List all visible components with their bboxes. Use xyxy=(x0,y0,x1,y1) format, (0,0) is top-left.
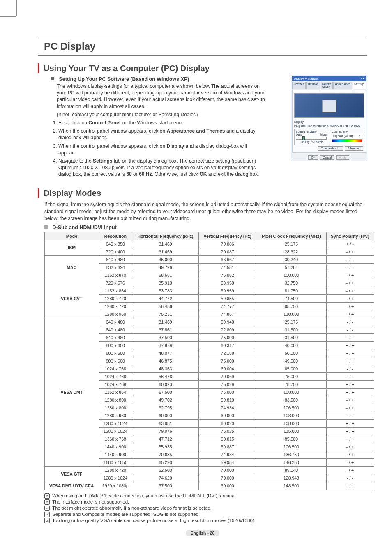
table-cell: 32.750 xyxy=(256,279,327,287)
table-cell: 52.500 xyxy=(132,466,198,474)
note-icon: ⌀ xyxy=(44,512,50,517)
mode-cell: VESA DMT xyxy=(45,318,99,466)
table-cell: 1440 x 900 xyxy=(99,443,132,451)
table-cell: 106.500 xyxy=(256,404,327,412)
table-cell: 640 x 480 xyxy=(99,333,132,341)
table-cell: 1024 x 768 xyxy=(99,380,132,388)
table-cell: 44.772 xyxy=(132,294,198,302)
table-cell: 108.000 xyxy=(256,419,327,427)
ok-button[interactable]: OK xyxy=(308,155,318,160)
table-cell: 1280 x 720 xyxy=(99,302,132,310)
table-cell: 47.712 xyxy=(132,435,198,443)
note-icon: ⌀ xyxy=(44,499,50,505)
screen-resolution-group: Screen resolution Less More 1360 by 768 … xyxy=(294,129,328,145)
section2-subhead: D-Sub and HDMI/DVI Input xyxy=(44,225,367,230)
table-cell: 70.000 xyxy=(199,474,256,482)
dialog-tab-appearance[interactable]: Appearance xyxy=(333,82,352,89)
table-cell: 31.469 xyxy=(132,318,198,326)
table-cell: 1152 x 864 xyxy=(99,388,132,396)
table-cell: 1280 x 960 xyxy=(99,412,132,419)
table-row: MAC640 x 48035.00066.66730.240- / - xyxy=(45,255,374,263)
table-cell: 75.025 xyxy=(199,427,256,435)
dialog-tab-screensaver[interactable]: Screen Saver xyxy=(321,82,333,89)
table-cell: 720 x 400 xyxy=(99,248,132,255)
table-cell: 148.500 xyxy=(256,482,327,490)
table-cell: 72.809 xyxy=(199,326,256,333)
note-icon: ⌀ xyxy=(44,506,50,511)
note-text: Separate and Composite modes are support… xyxy=(52,512,200,517)
chevron-down-icon: ▾ xyxy=(359,134,361,137)
table-cell: - / - xyxy=(326,318,374,326)
table-cell: 31.469 xyxy=(132,248,198,255)
resolution-slider[interactable] xyxy=(296,137,327,140)
table-cell: 1280 x 720 xyxy=(99,294,132,302)
table-cell: 60.004 xyxy=(199,365,256,372)
table-cell: - / + xyxy=(326,248,374,255)
dialog-tab-themes[interactable]: Themes xyxy=(292,82,306,89)
table-cell: 1280 x 800 xyxy=(99,404,132,412)
table-cell: - / + xyxy=(326,404,374,412)
table-cell: 1360 x 768 xyxy=(99,435,132,443)
table-cell: - / - xyxy=(326,333,374,341)
table-cell: 60.000 xyxy=(132,412,198,419)
table-header: Resolution xyxy=(99,232,132,240)
note-icon: ⌀ xyxy=(44,518,50,523)
color-quality-group: Color quality Highest (32 bit) ▾ xyxy=(330,129,364,145)
table-cell: + / + xyxy=(326,482,374,490)
notes-block: ⌀When using an HDMI/DVI cable connection… xyxy=(44,493,367,523)
table-cell: 75.000 xyxy=(256,372,327,380)
table-cell: 800 x 600 xyxy=(99,349,132,357)
table-cell: 59.954 xyxy=(199,458,256,466)
setup-steps: First, click on Control Panel on the Win… xyxy=(50,120,264,178)
dialog-display-value: Plug and Play Monitor on NVIDIA GeForce … xyxy=(294,124,364,127)
apply-button[interactable]: Apply xyxy=(336,155,349,160)
mode-cell: VESA CVT xyxy=(45,279,99,318)
section2-heading: Display Modes xyxy=(44,189,101,198)
square-bullet-icon xyxy=(44,225,48,229)
table-cell: - / - xyxy=(326,263,374,271)
table-cell: 70.086 xyxy=(199,240,256,248)
color-quality-value: Highest (32 bit) xyxy=(333,134,353,137)
table-cell: 48.077 xyxy=(132,349,198,357)
table-cell: 95.750 xyxy=(256,302,327,310)
table-cell: 79.976 xyxy=(132,427,198,435)
table-cell: 31.500 xyxy=(256,333,327,341)
section-accent-bar xyxy=(38,188,39,198)
table-cell: - / - xyxy=(326,326,374,333)
table-cell: 46.875 xyxy=(132,357,198,365)
table-cell: 74.934 xyxy=(199,404,256,412)
dialog-tabs: Themes Desktop Screen Saver Appearance S… xyxy=(292,82,366,89)
table-cell: 59.959 xyxy=(199,287,256,294)
table-cell: 800 x 600 xyxy=(99,357,132,365)
table-cell: 106.500 xyxy=(256,443,327,451)
table-cell: 135.000 xyxy=(256,427,327,435)
advanced-button[interactable]: Advanced xyxy=(345,146,363,151)
table-cell: 50.000 xyxy=(256,349,327,357)
dialog-tab-settings[interactable]: Settings xyxy=(353,82,366,89)
table-cell: 49.702 xyxy=(132,396,198,404)
table-cell: 640 x 480 xyxy=(99,318,132,326)
table-cell: 66.667 xyxy=(199,255,256,263)
table-cell: + / + xyxy=(326,341,374,349)
cancel-button[interactable]: Cancel xyxy=(320,155,334,160)
table-cell: - / + xyxy=(326,458,374,466)
table-cell: 640 x 480 xyxy=(99,326,132,333)
table-cell: + / + xyxy=(326,419,374,427)
table-cell: + / + xyxy=(326,412,374,419)
table-cell: - / + xyxy=(326,443,374,451)
table-cell: + / - xyxy=(326,240,374,248)
color-quality-dropdown[interactable]: Highest (32 bit) ▾ xyxy=(332,133,362,138)
table-cell: 70.069 xyxy=(199,372,256,380)
dialog-display-label: Display: xyxy=(294,120,364,123)
screen-resolution-label: Screen resolution xyxy=(296,130,327,133)
troubleshoot-button[interactable]: Troubleshoot... xyxy=(318,146,343,151)
note-icon: ⌀ xyxy=(44,493,50,499)
table-cell: 74.777 xyxy=(199,302,256,310)
table-cell: 1024 x 768 xyxy=(99,372,132,380)
dialog-tab-desktop[interactable]: Desktop xyxy=(306,82,320,89)
table-cell: 74.857 xyxy=(199,310,256,318)
table-cell: - / - xyxy=(326,372,374,380)
table-cell: + / + xyxy=(326,388,374,396)
table-cell: 75.000 xyxy=(199,388,256,396)
table-cell: 832 x 624 xyxy=(99,263,132,271)
